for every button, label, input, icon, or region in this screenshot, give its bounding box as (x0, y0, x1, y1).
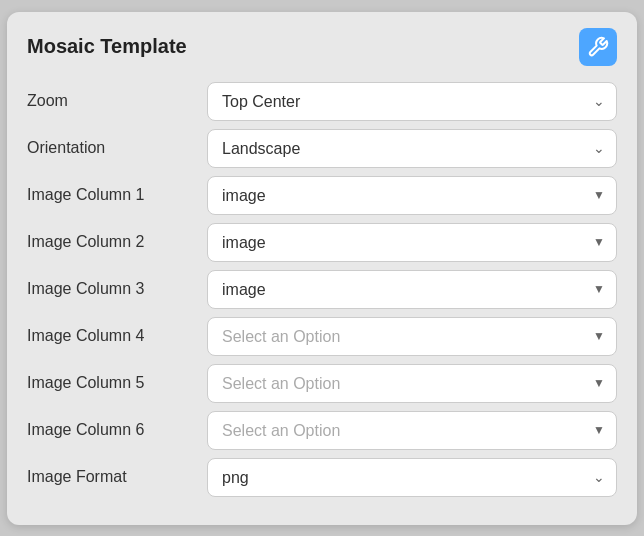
select-wrapper: Select an Option▼ (207, 364, 617, 403)
field-select[interactable]: Select an Option (207, 411, 617, 450)
field-label: Image Column 5 (27, 374, 207, 392)
settings-row: ZoomTop CenterCenterBottom CenterLeft Ce… (27, 82, 617, 121)
field-select[interactable]: Top CenterCenterBottom CenterLeft Center… (207, 82, 617, 121)
select-wrapper: Select an Option▼ (207, 317, 617, 356)
settings-row: Image Column 3image▼ (27, 270, 617, 309)
settings-row: Image Column 5Select an Option▼ (27, 364, 617, 403)
settings-row: Image Column 4Select an Option▼ (27, 317, 617, 356)
field-label: Zoom (27, 92, 207, 110)
field-select[interactable]: pngjpggifbmp (207, 458, 617, 497)
select-wrapper: Top CenterCenterBottom CenterLeft Center… (207, 82, 617, 121)
wrench-icon (587, 36, 609, 58)
field-select[interactable]: LandscapePortrait (207, 129, 617, 168)
field-select[interactable]: Select an Option (207, 364, 617, 403)
field-label: Image Column 4 (27, 327, 207, 345)
select-wrapper: image▼ (207, 176, 617, 215)
wrench-button[interactable] (579, 28, 617, 66)
field-label: Image Column 6 (27, 421, 207, 439)
settings-row: Image Column 2image▼ (27, 223, 617, 262)
settings-row: Image Column 1image▼ (27, 176, 617, 215)
field-label: Image Column 3 (27, 280, 207, 298)
mosaic-template-panel: Mosaic Template ZoomTop CenterCenterBott… (7, 12, 637, 525)
field-label: Orientation (27, 139, 207, 157)
field-select[interactable]: Select an Option (207, 317, 617, 356)
select-wrapper: LandscapePortrait⌄ (207, 129, 617, 168)
field-select[interactable]: image (207, 176, 617, 215)
settings-rows: ZoomTop CenterCenterBottom CenterLeft Ce… (27, 82, 617, 497)
select-wrapper: image▼ (207, 223, 617, 262)
field-select[interactable]: image (207, 223, 617, 262)
field-select[interactable]: image (207, 270, 617, 309)
select-wrapper: Select an Option▼ (207, 411, 617, 450)
panel-header: Mosaic Template (27, 28, 617, 66)
field-label: Image Format (27, 468, 207, 486)
field-label: Image Column 1 (27, 186, 207, 204)
select-wrapper: image▼ (207, 270, 617, 309)
field-label: Image Column 2 (27, 233, 207, 251)
settings-row: OrientationLandscapePortrait⌄ (27, 129, 617, 168)
panel-title: Mosaic Template (27, 35, 187, 58)
settings-row: Image Formatpngjpggifbmp⌄ (27, 458, 617, 497)
settings-row: Image Column 6Select an Option▼ (27, 411, 617, 450)
select-wrapper: pngjpggifbmp⌄ (207, 458, 617, 497)
